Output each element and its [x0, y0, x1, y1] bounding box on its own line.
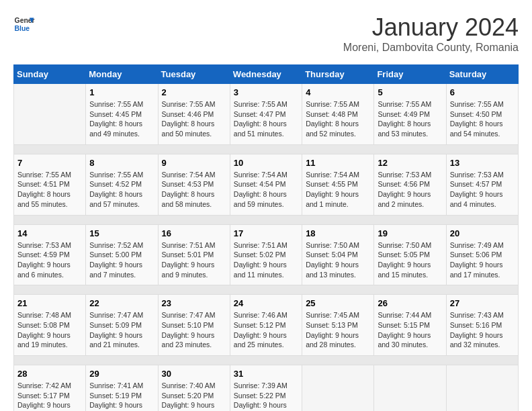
day-info: Sunrise: 7:55 AMSunset: 4:49 PMDaylight:… [378, 99, 442, 139]
weekday-header-saturday: Saturday [446, 65, 518, 84]
week-row-3: 14Sunrise: 7:53 AMSunset: 4:59 PMDayligh… [14, 224, 519, 285]
day-number: 5 [378, 87, 442, 97]
calendar-cell: 9Sunrise: 7:54 AMSunset: 4:53 PMDaylight… [158, 154, 230, 215]
calendar-cell: 10Sunrise: 7:54 AMSunset: 4:54 PMDayligh… [230, 154, 302, 215]
calendar-cell: 11Sunrise: 7:54 AMSunset: 4:55 PMDayligh… [302, 154, 374, 215]
day-number: 6 [450, 87, 515, 97]
weekday-header-sunday: Sunday [14, 65, 86, 84]
day-number: 21 [17, 298, 82, 308]
location: Moreni, Dambovita County, Romania [343, 42, 519, 54]
calendar-cell: 28Sunrise: 7:42 AMSunset: 5:17 PMDayligh… [14, 365, 86, 412]
weekday-header-row: SundayMondayTuesdayWednesdayThursdayFrid… [14, 65, 519, 84]
calendar-cell: 30Sunrise: 7:40 AMSunset: 5:20 PMDayligh… [158, 365, 230, 412]
day-number: 11 [306, 158, 370, 168]
day-number: 22 [89, 298, 154, 308]
day-number: 29 [89, 369, 154, 379]
day-info: Sunrise: 7:51 AMSunset: 5:02 PMDaylight:… [234, 240, 298, 280]
day-info: Sunrise: 7:55 AMSunset: 4:52 PMDaylight:… [89, 170, 154, 210]
separator-cell [14, 285, 519, 295]
day-info: Sunrise: 7:39 AMSunset: 5:22 PMDaylight:… [234, 381, 298, 411]
separator-cell [14, 356, 519, 365]
day-info: Sunrise: 7:50 AMSunset: 5:05 PMDaylight:… [378, 240, 442, 280]
title-block: January 2024 Moreni, Dambovita County, R… [343, 13, 519, 54]
separator-cell [14, 215, 519, 224]
day-number: 28 [17, 369, 82, 379]
calendar-cell: 14Sunrise: 7:53 AMSunset: 4:59 PMDayligh… [14, 224, 86, 285]
calendar-cell: 13Sunrise: 7:53 AMSunset: 4:57 PMDayligh… [446, 154, 518, 215]
calendar-cell: 29Sunrise: 7:41 AMSunset: 5:19 PMDayligh… [86, 365, 158, 412]
day-number: 14 [17, 228, 82, 238]
day-number: 19 [378, 228, 442, 238]
day-info: Sunrise: 7:53 AMSunset: 4:59 PMDaylight:… [17, 240, 82, 280]
calendar-cell: 18Sunrise: 7:50 AMSunset: 5:04 PMDayligh… [302, 224, 374, 285]
calendar-cell: 22Sunrise: 7:47 AMSunset: 5:09 PMDayligh… [86, 295, 158, 356]
day-number: 4 [306, 87, 370, 97]
day-number: 7 [17, 158, 82, 168]
week-row-5: 28Sunrise: 7:42 AMSunset: 5:17 PMDayligh… [14, 365, 519, 412]
weekday-header-monday: Monday [86, 65, 158, 84]
calendar-cell [14, 84, 86, 145]
weekday-header-thursday: Thursday [302, 65, 374, 84]
day-number: 9 [162, 158, 226, 168]
page-header: General Blue January 2024 Moreni, Dambov… [13, 13, 519, 54]
calendar-cell: 4Sunrise: 7:55 AMSunset: 4:48 PMDaylight… [302, 84, 374, 145]
weekday-header-wednesday: Wednesday [230, 65, 302, 84]
day-info: Sunrise: 7:48 AMSunset: 5:08 PMDaylight:… [17, 310, 82, 350]
calendar-cell: 31Sunrise: 7:39 AMSunset: 5:22 PMDayligh… [230, 365, 302, 412]
day-number: 26 [378, 298, 442, 308]
calendar-cell: 15Sunrise: 7:52 AMSunset: 5:00 PMDayligh… [86, 224, 158, 285]
day-number: 20 [450, 228, 515, 238]
calendar-cell: 26Sunrise: 7:44 AMSunset: 5:15 PMDayligh… [374, 295, 446, 356]
week-separator [14, 215, 519, 224]
day-info: Sunrise: 7:52 AMSunset: 5:00 PMDaylight:… [89, 240, 154, 280]
weekday-header-tuesday: Tuesday [158, 65, 230, 84]
week-row-4: 21Sunrise: 7:48 AMSunset: 5:08 PMDayligh… [14, 295, 519, 356]
calendar-cell: 20Sunrise: 7:49 AMSunset: 5:06 PMDayligh… [446, 224, 518, 285]
week-row-2: 7Sunrise: 7:55 AMSunset: 4:51 PMDaylight… [14, 154, 519, 215]
separator-cell [14, 144, 519, 154]
day-info: Sunrise: 7:49 AMSunset: 5:06 PMDaylight:… [450, 240, 515, 280]
day-info: Sunrise: 7:47 AMSunset: 5:10 PMDaylight:… [162, 310, 226, 350]
calendar-cell: 21Sunrise: 7:48 AMSunset: 5:08 PMDayligh… [14, 295, 86, 356]
calendar-cell: 25Sunrise: 7:45 AMSunset: 5:13 PMDayligh… [302, 295, 374, 356]
calendar-cell: 27Sunrise: 7:43 AMSunset: 5:16 PMDayligh… [446, 295, 518, 356]
day-info: Sunrise: 7:54 AMSunset: 4:53 PMDaylight:… [162, 170, 226, 210]
day-number: 18 [306, 228, 370, 238]
calendar-cell: 24Sunrise: 7:46 AMSunset: 5:12 PMDayligh… [230, 295, 302, 356]
calendar-table: SundayMondayTuesdayWednesdayThursdayFrid… [13, 64, 519, 411]
calendar-cell: 1Sunrise: 7:55 AMSunset: 4:45 PMDaylight… [86, 84, 158, 145]
day-info: Sunrise: 7:41 AMSunset: 5:19 PMDaylight:… [89, 381, 154, 411]
day-number: 15 [89, 228, 154, 238]
day-info: Sunrise: 7:46 AMSunset: 5:12 PMDaylight:… [234, 310, 298, 350]
day-info: Sunrise: 7:44 AMSunset: 5:15 PMDaylight:… [378, 310, 442, 350]
day-info: Sunrise: 7:54 AMSunset: 4:55 PMDaylight:… [306, 170, 370, 210]
day-info: Sunrise: 7:54 AMSunset: 4:54 PMDaylight:… [234, 170, 298, 210]
week-separator [14, 285, 519, 295]
svg-text:Blue: Blue [15, 25, 30, 32]
day-info: Sunrise: 7:42 AMSunset: 5:17 PMDaylight:… [17, 381, 82, 411]
day-number: 31 [234, 369, 298, 379]
month-title: January 2024 [343, 13, 519, 42]
day-info: Sunrise: 7:55 AMSunset: 4:51 PMDaylight:… [17, 170, 82, 210]
day-number: 8 [89, 158, 154, 168]
day-number: 2 [162, 87, 226, 97]
day-number: 16 [162, 228, 226, 238]
day-info: Sunrise: 7:51 AMSunset: 5:01 PMDaylight:… [162, 240, 226, 280]
logo: General Blue [13, 13, 35, 35]
logo-icon: General Blue [13, 13, 35, 35]
calendar-cell [374, 365, 446, 412]
day-info: Sunrise: 7:50 AMSunset: 5:04 PMDaylight:… [306, 240, 370, 280]
calendar-cell: 19Sunrise: 7:50 AMSunset: 5:05 PMDayligh… [374, 224, 446, 285]
day-info: Sunrise: 7:55 AMSunset: 4:50 PMDaylight:… [450, 99, 515, 139]
calendar-cell: 17Sunrise: 7:51 AMSunset: 5:02 PMDayligh… [230, 224, 302, 285]
day-number: 27 [450, 298, 515, 308]
day-info: Sunrise: 7:55 AMSunset: 4:46 PMDaylight:… [162, 99, 226, 139]
calendar-cell: 7Sunrise: 7:55 AMSunset: 4:51 PMDaylight… [14, 154, 86, 215]
day-number: 10 [234, 158, 298, 168]
day-info: Sunrise: 7:45 AMSunset: 5:13 PMDaylight:… [306, 310, 370, 350]
day-info: Sunrise: 7:55 AMSunset: 4:47 PMDaylight:… [234, 99, 298, 139]
calendar-cell: 16Sunrise: 7:51 AMSunset: 5:01 PMDayligh… [158, 224, 230, 285]
calendar-cell: 6Sunrise: 7:55 AMSunset: 4:50 PMDaylight… [446, 84, 518, 145]
day-info: Sunrise: 7:53 AMSunset: 4:57 PMDaylight:… [450, 170, 515, 210]
day-number: 30 [162, 369, 226, 379]
